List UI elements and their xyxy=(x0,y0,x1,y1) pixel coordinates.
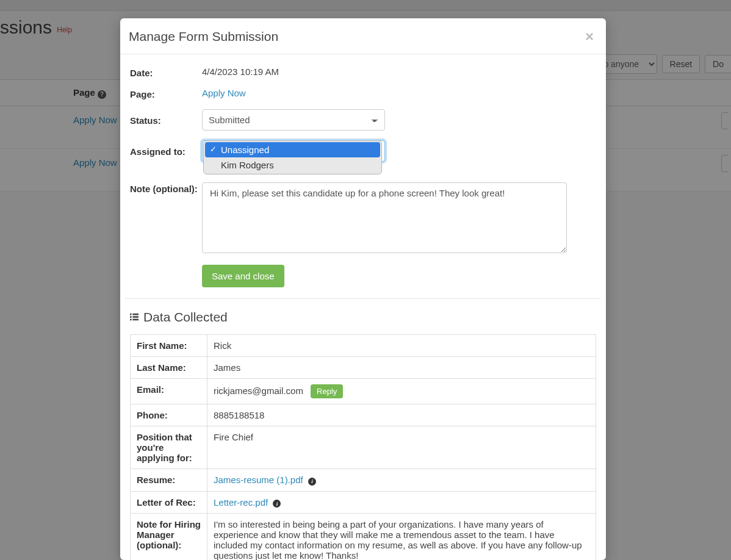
letter-link[interactable]: Letter-rec.pdf xyxy=(214,497,268,508)
modal-body: Date: 4/4/2023 10:19 AM Page: Apply Now … xyxy=(120,54,606,560)
last-name-value: James xyxy=(207,357,596,379)
page-link[interactable]: Apply Now xyxy=(202,88,246,98)
email-label: Email: xyxy=(131,379,207,404)
manage-submission-modal: Manage Form Submission × Date: 4/4/2023 … xyxy=(120,18,606,560)
last-name-label: Last Name: xyxy=(131,357,207,379)
data-collected-title: Data Collected xyxy=(143,310,228,325)
divider xyxy=(125,298,601,299)
position-label: Position that you're applying for: xyxy=(131,426,207,469)
svg-rect-1 xyxy=(132,314,139,315)
data-collected-heading: Data Collected xyxy=(125,310,601,325)
table-row: Email: rickjames@gmail.com Reply xyxy=(131,379,596,404)
resume-label: Resume: xyxy=(131,469,207,492)
assigned-to-dropdown: Unassigned Kim Rodgers xyxy=(203,140,382,174)
status-select[interactable]: Submitted xyxy=(202,109,385,131)
dropdown-option-unassigned[interactable]: Unassigned xyxy=(205,142,380,157)
svg-rect-2 xyxy=(130,316,132,318)
page-label: Page: xyxy=(125,88,202,99)
note-hm-value: I'm so interested in being being a part … xyxy=(207,514,596,561)
svg-rect-0 xyxy=(130,314,132,315)
note-hm-label: Note for Hiring Manager (optional): xyxy=(131,514,207,561)
dropdown-option-kim[interactable]: Kim Rodgers xyxy=(205,157,380,173)
list-icon xyxy=(130,313,139,321)
modal-header: Manage Form Submission × xyxy=(120,18,606,54)
phone-value: 8885188518 xyxy=(207,404,596,426)
status-label: Status: xyxy=(125,114,202,126)
save-and-close-button[interactable]: Save and close xyxy=(202,265,284,287)
table-row: Note for Hiring Manager (optional): I'm … xyxy=(131,514,596,561)
letter-label: Letter of Rec: xyxy=(131,491,207,514)
date-label: Date: xyxy=(125,66,202,78)
svg-rect-5 xyxy=(132,319,139,321)
position-value: Fire Chief xyxy=(207,426,596,469)
note-label: Note (optional): xyxy=(125,182,202,194)
table-row: Last Name: James xyxy=(131,357,596,379)
svg-rect-4 xyxy=(130,319,132,321)
assigned-to-label: Assigned to: xyxy=(125,145,202,157)
first-name-label: First Name: xyxy=(131,335,207,357)
table-row: Resume: James-resume (1).pdf i xyxy=(131,469,596,492)
first-name-value: Rick xyxy=(207,335,596,357)
phone-label: Phone: xyxy=(131,404,207,426)
date-value: 4/4/2023 10:19 AM xyxy=(202,66,601,77)
table-row: Phone: 8885188518 xyxy=(131,404,596,426)
table-row: Letter of Rec: Letter-rec.pdf i xyxy=(131,491,596,514)
svg-rect-3 xyxy=(132,316,139,318)
note-textarea[interactable] xyxy=(202,182,567,253)
reply-button[interactable]: Reply xyxy=(311,384,343,398)
info-icon[interactable]: i xyxy=(308,478,316,486)
resume-link[interactable]: James-resume (1).pdf xyxy=(214,475,303,485)
close-icon[interactable]: × xyxy=(585,29,594,44)
modal-title: Manage Form Submission xyxy=(129,29,278,44)
email-value: rickjames@gmail.com xyxy=(214,386,303,396)
data-collected-table: First Name: Rick Last Name: James Email:… xyxy=(130,334,596,560)
table-row: Position that you're applying for: Fire … xyxy=(131,426,596,469)
table-row: First Name: Rick xyxy=(131,335,596,357)
info-icon[interactable]: i xyxy=(273,500,281,508)
